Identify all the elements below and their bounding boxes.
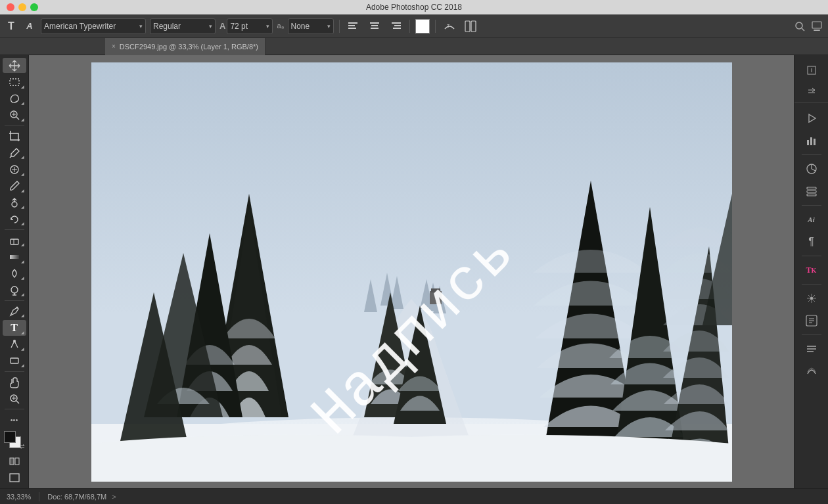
zoom-tool[interactable] (3, 391, 26, 406)
close-button[interactable] (7, 3, 14, 11)
more-tools[interactable]: ••• (3, 412, 26, 427)
align-left-button[interactable] (345, 19, 362, 34)
histogram-icon[interactable] (800, 131, 823, 150)
window-controls[interactable] (7, 3, 38, 11)
align-right-button[interactable] (387, 19, 404, 34)
svg-rect-70 (807, 194, 816, 196)
svg-rect-4 (371, 25, 378, 26)
expand-panel-icon[interactable] (800, 81, 823, 101)
svg-rect-0 (348, 22, 357, 24)
quick-mask-toggle[interactable] (3, 453, 26, 469)
tab-bar: × DSCF2949.jpg @ 33,3% (Layer 1, RGB/8*) (0, 38, 828, 55)
brush-options-icon[interactable] (800, 339, 823, 359)
dodge-tool[interactable]: ◢ (3, 283, 26, 298)
anti-alias-dropdown[interactable]: None ▾ (288, 18, 334, 34)
glyphs-icon[interactable]: TK (800, 260, 823, 280)
collapse-panel-icon[interactable] (800, 60, 823, 80)
sparkle-icon[interactable] (800, 288, 823, 308)
warp-text-button[interactable]: T (441, 18, 458, 35)
svg-rect-8 (393, 28, 401, 29)
svg-line-36 (16, 401, 19, 403)
chevron-down-icon: ▾ (327, 23, 331, 30)
svg-rect-65 (810, 137, 812, 145)
chevron-down-icon: ▾ (139, 23, 143, 30)
left-toolbar: ◢ ◢ ◢ ◢ ◢ ◢ (0, 55, 29, 488)
svg-rect-68 (807, 187, 816, 189)
right-panel: Ai ¶ TK (794, 55, 828, 488)
eraser-tool[interactable]: ◢ (3, 233, 26, 248)
hand-tool[interactable] (3, 375, 26, 390)
svg-text:T: T (447, 24, 450, 28)
svg-point-29 (11, 286, 18, 293)
foreground-color-swatch[interactable] (4, 431, 16, 443)
healing-brush-tool[interactable]: ◢ (3, 162, 26, 177)
tab-close-icon[interactable]: × (112, 43, 116, 50)
clone-stamp-tool[interactable]: ◢ (3, 195, 26, 210)
title-bar: Adobe Photoshop CC 2018 (0, 0, 828, 14)
svg-marker-63 (809, 114, 816, 122)
properties-icon[interactable] (800, 311, 823, 331)
path-select-tool[interactable]: ◢ (3, 337, 26, 352)
lasso-tool[interactable]: ◢ (3, 91, 26, 106)
svg-line-18 (16, 117, 19, 120)
svg-rect-40 (15, 458, 19, 465)
svg-rect-41 (10, 474, 19, 482)
layers-icon[interactable] (800, 181, 823, 201)
document-tab[interactable]: × DSCF2949.jpg @ 33,3% (Layer 1, RGB/8*) (105, 38, 265, 55)
panel-separator (802, 334, 821, 335)
tab-filename: DSCF2949.jpg @ 33,3% (Layer 1, RGB/8*) (120, 43, 258, 51)
history-brush-tool[interactable]: ◢ (3, 212, 26, 227)
status-arrow-icon[interactable]: > (112, 493, 116, 501)
svg-rect-6 (392, 22, 401, 24)
brush-tool[interactable]: ◢ (3, 179, 26, 194)
maximize-button[interactable] (30, 3, 38, 11)
svg-rect-3 (370, 22, 379, 24)
svg-rect-11 (471, 21, 476, 32)
svg-rect-64 (807, 140, 809, 145)
paint-options-icon[interactable] (800, 361, 823, 381)
svg-rect-1 (348, 25, 355, 26)
align-center-button[interactable] (366, 19, 383, 34)
adjustments-icon[interactable] (800, 159, 823, 179)
swap-colors-icon[interactable]: ⇌ (20, 443, 25, 449)
ai-icon[interactable]: Ai (800, 210, 823, 229)
screen-mode-toggle[interactable] (3, 470, 26, 486)
chevron-down-icon: ▾ (266, 23, 269, 30)
type-tool-icon[interactable]: T (4, 18, 18, 35)
canvas-area: Надпись (29, 55, 794, 488)
font-size-icon: A (219, 21, 225, 31)
svg-rect-7 (394, 25, 401, 26)
quick-select-tool[interactable]: ◢ (3, 108, 26, 123)
crop-tool[interactable] (3, 129, 26, 144)
color-swatches[interactable]: ⇌ (3, 431, 26, 449)
paragraph-icon[interactable]: ¶ (800, 232, 823, 252)
move-tool[interactable] (3, 58, 26, 73)
anti-alias-label: aₐ (277, 22, 283, 30)
gradient-tool[interactable]: ◢ (3, 249, 26, 264)
svg-rect-14 (812, 22, 821, 28)
minimize-button[interactable] (18, 3, 26, 11)
search-icon[interactable] (793, 19, 807, 34)
font-style-dropdown[interactable]: Regular ▾ (150, 18, 216, 34)
workspace-icon[interactable] (810, 19, 824, 34)
type-tool[interactable]: T ◢ (3, 320, 26, 335)
eyedropper-tool[interactable]: ◢ (3, 145, 26, 160)
svg-rect-39 (10, 458, 14, 465)
character-panel-icon[interactable]: A (22, 18, 37, 35)
status-separator (39, 492, 39, 501)
svg-rect-2 (348, 28, 356, 29)
marquee-tool[interactable]: ◢ (3, 74, 26, 89)
pen-tool[interactable]: ◢ (3, 304, 26, 319)
svg-rect-10 (465, 21, 470, 32)
svg-point-32 (16, 306, 18, 308)
play-action-icon[interactable] (800, 108, 823, 128)
blur-tool[interactable]: ◢ (3, 266, 26, 281)
shape-tool[interactable]: ◢ (3, 354, 26, 369)
canvas-wrapper: Надпись (91, 62, 732, 482)
font-family-dropdown[interactable]: American Typewriter ▾ (41, 18, 146, 34)
toggle-panels-button[interactable] (462, 18, 479, 35)
text-color-swatch[interactable] (415, 19, 430, 34)
font-size-dropdown[interactable]: 72 pt ▾ (227, 18, 273, 34)
separator (339, 20, 340, 33)
panel-separator (802, 256, 821, 256)
